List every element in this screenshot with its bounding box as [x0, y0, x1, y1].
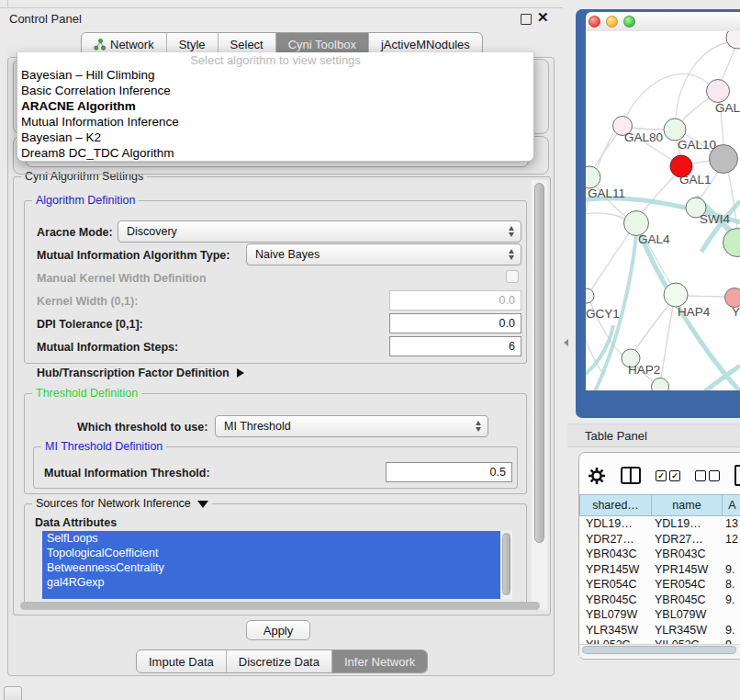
- table-row[interactable]: YDR27…YDR27…12: [579, 532, 740, 548]
- screen: Control Panel ✕ NetworkStyleSelectCyni T…: [0, 0, 740, 700]
- table-body: YDL19…YDL19…13YDR27…YDR27…12YBR043CYBR04…: [579, 516, 740, 644]
- node-label-hap4: HAP4: [678, 305, 711, 319]
- table-panel-title: Table Panel: [585, 429, 647, 443]
- algorithm-option-aracne-algorithm[interactable]: ARACNE Algorithm: [17, 99, 533, 115]
- table-row[interactable]: YER054CYER054C8.: [579, 577, 740, 593]
- table-cell: YPR145W: [652, 563, 723, 576]
- aracne-mode-select[interactable]: Discovery: [118, 220, 521, 243]
- node-label-gal1: GAL1: [679, 173, 712, 186]
- dpi-tolerance-input[interactable]: 0.0: [389, 313, 521, 333]
- table-cell: 8.: [723, 578, 740, 591]
- bottom-tab-discretize-data-label: Discretize Data: [239, 655, 320, 669]
- manual-kernel-checkbox[interactable]: [506, 270, 519, 283]
- table-row[interactable]: YBR043CYBR043C: [579, 547, 740, 562]
- table-row[interactable]: YDL19…YDL19…13: [579, 516, 740, 532]
- node-label-hap2: HAP2: [628, 363, 660, 377]
- table-cell: YBL079W: [579, 608, 652, 621]
- algorithm-option-dream8-dc-tdc-algorithm[interactable]: Dream8 DC_TDC Algorithm: [17, 146, 533, 162]
- settings-scrollbar-thumb[interactable]: [534, 183, 544, 543]
- attribute-item-betweennesscentrality[interactable]: BetweennessCentrality: [42, 560, 512, 575]
- combo-arrows-icon: [476, 421, 481, 432]
- node-label-gal80: GAL80: [624, 130, 663, 144]
- column-header-shared[interactable]: shared…: [579, 494, 652, 516]
- which-threshold-select[interactable]: MI Threshold: [215, 415, 488, 437]
- node-label-gal10: GAL10: [678, 138, 716, 152]
- tab-style-label: Style: [179, 38, 206, 51]
- attribute-item-selfloops[interactable]: SelfLoops: [42, 531, 512, 546]
- file-icon[interactable]: [734, 465, 740, 486]
- attribute-item-topologicalcoefficient[interactable]: TopologicalCoefficient: [42, 546, 512, 560]
- table-header-row: shared…nameA: [579, 494, 740, 516]
- hub-definition-expander[interactable]: Hub/Transcription Factor Definition: [37, 365, 244, 381]
- split-columns-icon[interactable]: [621, 467, 641, 484]
- kernel-width-input[interactable]: 0.0: [389, 290, 521, 310]
- bottom-tab-discretize-data[interactable]: Discretize Data: [226, 650, 331, 672]
- network-node[interactable]: [726, 31, 740, 49]
- zoom-traffic-light-icon[interactable]: [623, 16, 635, 28]
- mi-type-select[interactable]: Naive Bayes: [246, 243, 521, 265]
- algorithm-option-mutual-information-inference[interactable]: Mutual Information Inference: [17, 115, 533, 130]
- mi-type-value: Naive Bayes: [255, 248, 320, 261]
- apply-button[interactable]: Apply: [246, 620, 310, 640]
- attribute-item-gal4rgexp[interactable]: gal4RGexp: [42, 575, 512, 590]
- algorithm-definition-title: Algorithm Definition: [32, 194, 139, 208]
- table-panel-header: Table Panel: [567, 423, 740, 447]
- collapse-panel-button[interactable]: [4, 686, 22, 700]
- mi-steps-input[interactable]: 6: [389, 336, 521, 356]
- close-traffic-light-icon[interactable]: [589, 16, 600, 28]
- table-cell: YBL079W: [652, 608, 723, 621]
- float-window-button[interactable]: [521, 14, 532, 25]
- table-hscrollbar-thumb[interactable]: [582, 646, 736, 654]
- settings-hscrollbar-thumb[interactable]: [20, 602, 540, 610]
- tab-select-label: Select: [230, 38, 263, 51]
- network-node-gal11[interactable]: [586, 166, 600, 188]
- mi-threshold-input[interactable]: 0.5: [386, 462, 512, 482]
- table-row[interactable]: YPR145WYPR145W9.: [579, 562, 740, 578]
- aracne-mode-label: Aracne Mode:: [37, 226, 113, 239]
- panel-resize-handle[interactable]: [564, 339, 568, 346]
- manual-kernel-label: Manual Kernel Width Definition: [37, 272, 207, 285]
- table-cell: YBR043C: [652, 548, 723, 560]
- algorithm-option-bayesian-hill-climbing[interactable]: Bayesian – Hill Climbing: [17, 68, 533, 84]
- table-row[interactable]: YLR345WYLR345W9.: [579, 623, 740, 638]
- top-divider: [0, 7, 563, 8]
- table-row[interactable]: YIL052CYIL052C9.: [579, 638, 740, 644]
- algorithm-option-bayesian-k2[interactable]: Bayesian – K2: [17, 130, 533, 146]
- table-cell: YBR043C: [579, 548, 652, 560]
- select-all-checks-icon[interactable]: ✓✓: [656, 470, 680, 481]
- cyni-bottom-tabs: Impute DataDiscretize DataInfer Network: [136, 649, 428, 673]
- bottom-tab-infer-network[interactable]: Infer Network: [331, 650, 427, 672]
- gear-icon[interactable]: [588, 467, 606, 485]
- attributes-scrollbar-thumb[interactable]: [502, 533, 510, 595]
- bottom-tab-impute-data[interactable]: Impute Data: [137, 650, 226, 672]
- minimize-traffic-light-icon[interactable]: [606, 16, 618, 28]
- algorithm-option-basic-correlation-inference[interactable]: Basic Correlation Inference: [17, 84, 533, 99]
- bottom-tab-impute-data-label: Impute Data: [149, 655, 214, 669]
- network-canvas[interactable]: GALGAL80GAL10GAL1GAL11SWI4GAL4GCY1HAP4YH…: [586, 31, 740, 390]
- network-window-titlebar[interactable]: [586, 12, 740, 31]
- column-header-name[interactable]: name: [652, 494, 723, 516]
- deselect-all-checks-icon[interactable]: [695, 470, 720, 481]
- network-node[interactable]: [723, 229, 740, 257]
- sources-title[interactable]: Sources for Network Inference: [32, 497, 212, 511]
- column-header-a[interactable]: A: [723, 494, 740, 516]
- tab-network-label: Network: [110, 38, 154, 51]
- close-icon[interactable]: ✕: [537, 11, 549, 24]
- tab-jactivemnodules-label: jActiveMNodules: [381, 38, 470, 51]
- table-cell: YBR045C: [652, 593, 723, 606]
- table-cell: 9.: [723, 593, 740, 606]
- collapse-arrow-icon: [197, 501, 208, 508]
- attribute-item-partial[interactable]: [42, 590, 512, 599]
- network-node[interactable]: [652, 378, 669, 391]
- table-row[interactable]: YBR045CYBR045C9.: [579, 593, 740, 608]
- panel-title: Control Panel: [9, 12, 82, 26]
- data-attributes-label: Data Attributes: [35, 516, 117, 529]
- mi-type-label: Mutual Information Algorithm Type:: [37, 249, 230, 262]
- network-node-gcy1[interactable]: [586, 288, 594, 303]
- table-cell: YDL19…: [579, 517, 652, 530]
- network-node-gal[interactable]: [707, 80, 730, 103]
- table-cell: YPR145W: [579, 563, 652, 576]
- network-node-hap4[interactable]: [664, 283, 688, 307]
- threshold-definition-title: Threshold Definition: [32, 387, 141, 401]
- table-row[interactable]: YBL079WYBL079W: [579, 607, 740, 623]
